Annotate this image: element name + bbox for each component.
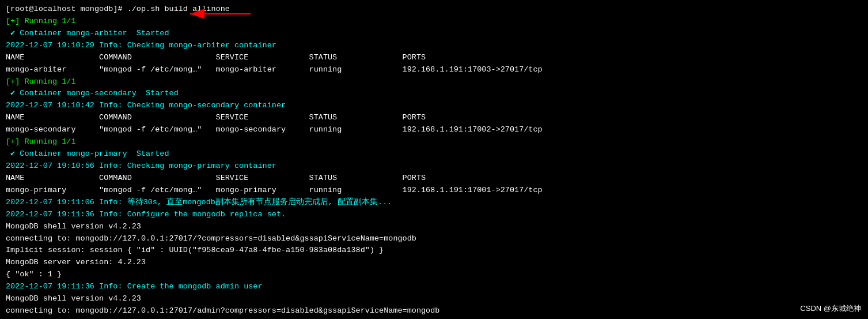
terminal-line: 2022-12-07 19:11:36 Info: Create the mon… [6, 281, 862, 293]
terminal-line: ✔ Container mongo-secondary Started [6, 88, 862, 100]
red-arrow-icon [184, 2, 253, 25]
terminal-line: MongoDB shell version v4.2.23 [6, 293, 862, 305]
terminal-line: [root@localhost mongodb]# ./op.sh build … [6, 3, 862, 16]
terminal-line: 2022-12-07 19:11:06 Info: 等待30s, 直至mongo… [6, 197, 862, 209]
terminal-line: ✔ Container mongo-arbiter Started [6, 28, 862, 40]
terminal-line: mongo-secondary "mongod -f /etc/mong…" m… [6, 124, 862, 136]
terminal-line: [+] Running 1/1 [6, 76, 862, 88]
terminal-line: MongoDB shell version v4.2.23 [6, 221, 862, 233]
terminal-output: [root@localhost mongodb]# ./op.sh build … [6, 3, 862, 319]
watermark: CSDN @东城绝神 [800, 303, 861, 314]
terminal-line: 2022-12-07 19:10:29 Info: Checking mongo… [6, 40, 862, 52]
terminal-line: connecting to: mongodb://127.0.0.1:27017… [6, 233, 862, 245]
terminal-line: { "ok" : 1 } [6, 269, 862, 281]
terminal-line: 2022-12-07 19:11:36 Info: Configure the … [6, 209, 862, 221]
terminal-line: Implicit session: session { "id" : UUID(… [6, 245, 862, 257]
terminal-line: MongoDB server version: 4.2.23 [6, 257, 862, 269]
terminal-line: mongo-primary "mongod -f /etc/mong…" mon… [6, 185, 862, 197]
terminal: [root@localhost mongodb]# ./op.sh build … [0, 0, 868, 319]
terminal-line: 2022-12-07 19:10:56 Info: Checking mongo… [6, 160, 862, 172]
terminal-line: mongo-arbiter "mongod -f /etc/mong…" mon… [6, 64, 862, 76]
terminal-line: ✔ Container mongo-primary Started [6, 148, 862, 160]
terminal-line: 2022-12-07 19:10:42 Info: Checking mongo… [6, 100, 862, 112]
terminal-line: NAME COMMAND SERVICE STATUS PORTS [6, 172, 862, 185]
terminal-line: [+] Running 1/1 [6, 136, 862, 148]
terminal-line: NAME COMMAND SERVICE STATUS PORTS [6, 52, 862, 64]
terminal-line: [+] Running 1/1 [6, 16, 862, 28]
terminal-line: connecting to: mongodb://127.0.0.1:27017… [6, 305, 862, 317]
terminal-line: NAME COMMAND SERVICE STATUS PORTS [6, 112, 862, 124]
